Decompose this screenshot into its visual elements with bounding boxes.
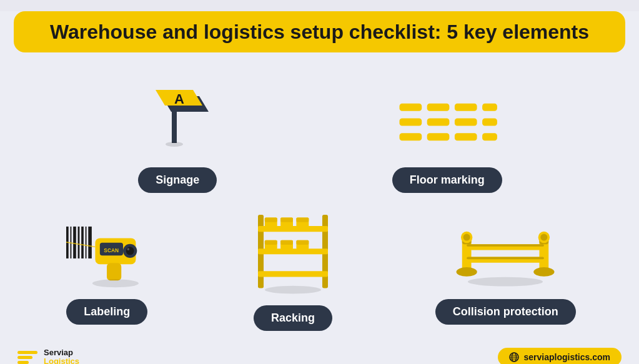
svg-point-28: [126, 247, 134, 255]
logo-stripe-3: [17, 361, 29, 364]
svg-rect-7: [455, 104, 477, 111]
logo-brand-line2: Logistics: [44, 357, 79, 364]
collision-protection-icon-area: [455, 203, 555, 290]
racking-icon: [252, 209, 334, 297]
globe-icon: [509, 352, 519, 362]
labeling-block: SCAN Labeling: [63, 203, 151, 331]
racking-block: Racking: [252, 203, 334, 331]
logo-text: Serviap Logistics: [44, 348, 79, 364]
page-title: Warehouse and logistics setup checklist:…: [29, 20, 610, 44]
svg-rect-64: [467, 257, 544, 260]
logo-brand-line1: Serviap: [44, 348, 79, 357]
logo-icon: [17, 351, 37, 364]
svg-rect-6: [427, 104, 449, 111]
bottom-row: SCAN Labeling: [0, 203, 639, 331]
svg-text:A: A: [174, 91, 184, 107]
floor-marking-label: Floor marking: [392, 167, 502, 193]
svg-point-59: [540, 234, 547, 241]
signage-icon-area: A: [137, 59, 218, 159]
top-row: A Signage: [0, 59, 639, 193]
signage-icon: A: [137, 77, 218, 159]
collision-protection-label: Collision protection: [435, 299, 576, 325]
collision-protection-block: Collision protection: [435, 203, 576, 331]
svg-rect-9: [399, 119, 422, 126]
svg-rect-23: [89, 227, 92, 258]
svg-rect-43: [296, 218, 309, 222]
page-wrapper: Warehouse and logistics setup checklist:…: [0, 11, 639, 364]
floor-marking-icon: [394, 96, 500, 159]
svg-rect-45: [265, 240, 277, 245]
svg-rect-8: [482, 104, 497, 111]
floor-marking-block: Floor marking: [392, 59, 502, 193]
svg-rect-41: [280, 218, 293, 222]
svg-point-60: [533, 267, 554, 277]
svg-point-32: [92, 280, 139, 288]
svg-rect-30: [107, 263, 121, 281]
labeling-icon: SCAN: [63, 209, 151, 290]
svg-rect-21: [81, 227, 84, 258]
labeling-icon-area: SCAN: [63, 203, 151, 290]
floor-marking-icon-area: [394, 59, 500, 159]
svg-point-65: [468, 277, 543, 287]
svg-rect-10: [427, 119, 449, 126]
title-banner: Warehouse and logistics setup checklist:…: [14, 11, 625, 52]
svg-rect-15: [455, 134, 477, 141]
logo-area: Serviap Logistics: [17, 348, 79, 364]
racking-icon-area: [252, 203, 334, 297]
svg-rect-14: [427, 134, 449, 141]
footer: Serviap Logistics serviaplogistics.com: [0, 348, 639, 364]
svg-point-50: [265, 286, 321, 294]
labeling-label: Labeling: [66, 299, 147, 325]
svg-rect-19: [73, 227, 76, 258]
racking-label: Racking: [254, 305, 332, 331]
collision-protection-icon: [455, 215, 555, 290]
svg-point-54: [463, 234, 470, 241]
svg-rect-16: [482, 134, 497, 141]
svg-rect-35: [258, 226, 328, 232]
svg-point-55: [457, 267, 477, 277]
svg-rect-12: [482, 119, 497, 126]
svg-rect-39: [265, 218, 277, 222]
website-badge: serviaplogistics.com: [498, 348, 622, 364]
logo-stripe-2: [17, 356, 32, 359]
svg-point-29: [127, 248, 130, 251]
website-text: serviaplogistics.com: [523, 352, 610, 362]
svg-rect-3: [172, 112, 177, 143]
svg-rect-47: [280, 240, 293, 245]
logo-stripe-1: [17, 351, 37, 354]
svg-point-4: [166, 142, 183, 147]
svg-rect-11: [455, 119, 477, 126]
svg-rect-13: [399, 134, 422, 141]
signage-label: Signage: [138, 167, 217, 193]
svg-rect-37: [258, 272, 328, 277]
svg-text:SCAN: SCAN: [104, 247, 119, 253]
svg-rect-22: [86, 227, 87, 258]
svg-rect-5: [399, 104, 422, 111]
svg-rect-20: [78, 227, 80, 258]
svg-rect-62: [467, 245, 544, 247]
svg-rect-36: [258, 249, 328, 255]
signage-block: A Signage: [137, 59, 218, 193]
svg-rect-49: [296, 240, 309, 245]
